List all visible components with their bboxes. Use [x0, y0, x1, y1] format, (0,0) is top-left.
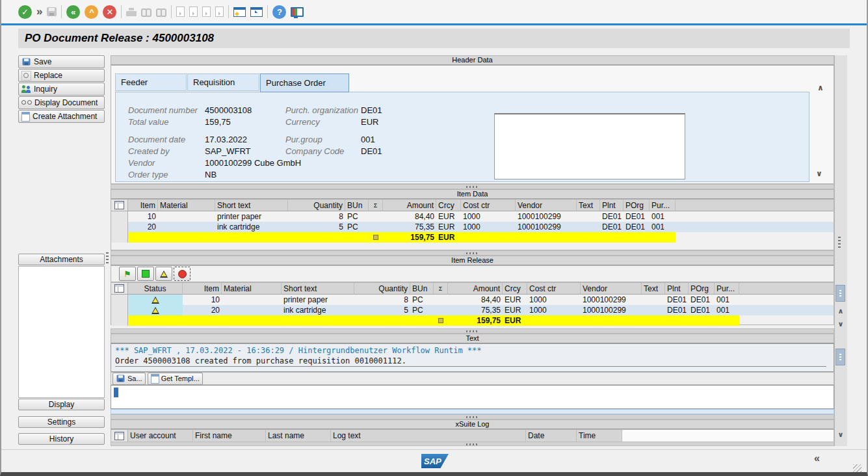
col-user-account[interactable]: User account — [128, 430, 193, 442]
section-splitter[interactable] — [111, 442, 834, 446]
tab-requisition[interactable]: Requisition — [187, 73, 259, 91]
new-session-icon[interactable] — [233, 7, 246, 17]
exit-icon[interactable]: ^ — [85, 5, 98, 19]
col-material[interactable]: Material — [158, 200, 215, 211]
col-text[interactable]: Text — [577, 200, 600, 211]
release-warning-button[interactable] — [155, 267, 172, 281]
col-sum[interactable]: Σ — [369, 200, 383, 211]
attachments-button[interactable]: Attachments — [18, 254, 105, 265]
first-page-icon[interactable] — [176, 7, 185, 17]
col-status[interactable]: Status — [128, 283, 183, 295]
section-splitter[interactable] — [111, 328, 834, 334]
col-material[interactable]: Material — [222, 283, 282, 295]
section-splitter[interactable] — [111, 184, 834, 189]
sidebar-create-attachment-button[interactable]: Create Attachment — [18, 110, 105, 123]
layout-config-cell[interactable] — [111, 200, 128, 211]
col-cost-ctr[interactable]: Cost ctr — [461, 200, 516, 211]
release-approve-button[interactable] — [137, 267, 154, 281]
scroll-up-icon[interactable]: ∧ — [817, 84, 824, 92]
item-release-row[interactable]: 20 ink cartridge 5 PC 75,35 EUR 1000 100… — [111, 305, 834, 315]
col-item[interactable]: Item — [183, 283, 222, 295]
col-pur[interactable]: Pur... — [650, 200, 676, 211]
previous-page-icon[interactable] — [189, 7, 198, 17]
col-time[interactable]: Time — [577, 430, 622, 442]
col-short-text[interactable]: Short text — [282, 283, 354, 295]
row-select-cell[interactable] — [111, 211, 128, 222]
item-data-row[interactable]: 10 printer paper 8 PC 84,40 EUR 1000 100… — [111, 211, 834, 222]
col-first-name[interactable]: First name — [193, 430, 266, 442]
col-vendor[interactable]: Vendor — [581, 283, 642, 295]
find-icon[interactable] — [141, 8, 151, 16]
col-item[interactable]: Item — [128, 200, 158, 211]
header-memo-box[interactable] — [494, 113, 685, 179]
col-plnt[interactable]: Plnt — [600, 200, 624, 211]
col-quantity[interactable]: Quantity — [288, 200, 345, 211]
col-text[interactable]: Text — [642, 283, 665, 295]
status-cell[interactable] — [128, 305, 183, 315]
sidebar-inquiry-button[interactable]: Inquiry — [18, 83, 105, 96]
text-save-button[interactable]: Sa... — [112, 373, 146, 385]
col-amount[interactable]: Amount — [383, 200, 436, 211]
col-crcy[interactable]: Crcy — [436, 200, 461, 211]
release-scroll-menu-button[interactable] — [835, 285, 845, 302]
release-reject-button[interactable] — [174, 267, 191, 281]
tab-purchase-order[interactable]: Purchase Order — [260, 73, 349, 92]
help-icon[interactable]: ? — [272, 5, 286, 19]
scroll-up-button[interactable]: ∧ — [835, 306, 846, 316]
get-template-button[interactable]: Get Templ... — [148, 373, 203, 385]
find-next-icon[interactable] — [156, 8, 166, 16]
sidebar-display-document-button[interactable]: Display Document — [18, 96, 105, 109]
print-icon[interactable] — [126, 8, 137, 16]
item-release-row[interactable]: 10 printer paper 8 PC 84,40 EUR 1000 100… — [111, 295, 834, 305]
xsuite-scroll-down-button[interactable]: ∨ — [835, 429, 846, 440]
status-cell[interactable] — [128, 295, 183, 305]
back-icon[interactable]: « — [66, 5, 80, 19]
col-sum[interactable]: Σ — [434, 283, 448, 295]
tab-feeder[interactable]: Feeder — [115, 73, 187, 91]
row-select-cell[interactable] — [111, 305, 128, 315]
cancel-icon[interactable]: ✕ — [103, 5, 116, 19]
col-last-name[interactable]: Last name — [266, 430, 331, 442]
next-page-icon[interactable] — [202, 7, 211, 17]
sidebar-splitter-handle[interactable] — [106, 252, 109, 265]
release-flag-button[interactable]: ⚑ — [119, 267, 136, 281]
sidebar-replace-button[interactable]: Replace — [18, 69, 105, 82]
table-splitter-handle[interactable] — [838, 237, 841, 250]
col-porg[interactable]: POrg — [689, 283, 715, 295]
more-commands-icon[interactable]: » — [36, 5, 42, 18]
layout-config-cell[interactable] — [111, 283, 128, 295]
section-splitter[interactable] — [111, 250, 834, 256]
col-date[interactable]: Date — [526, 430, 577, 442]
col-quantity[interactable]: Quantity — [354, 283, 410, 295]
col-log-text[interactable]: Log text — [331, 430, 526, 442]
enter-icon[interactable]: ✓ — [18, 5, 32, 19]
col-crcy[interactable]: Crcy — [503, 283, 527, 295]
customize-layout-icon[interactable] — [291, 7, 304, 17]
save-icon[interactable] — [47, 7, 57, 16]
row-select-cell[interactable] — [111, 222, 128, 232]
col-plnt[interactable]: Plnt — [665, 283, 689, 295]
last-page-icon[interactable] — [215, 7, 224, 17]
create-shortcut-icon[interactable] — [250, 7, 263, 17]
text-edit-area[interactable] — [111, 385, 834, 409]
layout-config-cell[interactable] — [111, 430, 128, 442]
resize-grip[interactable] — [853, 464, 861, 473]
col-pur[interactable]: Pur... — [715, 283, 739, 295]
sidebar-save-button[interactable]: Save — [18, 55, 105, 68]
display-button[interactable]: Display — [18, 399, 105, 410]
col-cost-ctr[interactable]: Cost ctr — [527, 283, 581, 295]
settings-button[interactable]: Settings — [18, 416, 105, 428]
scroll-down-icon[interactable]: ∨ — [816, 170, 822, 178]
col-short-text[interactable]: Short text — [215, 200, 288, 211]
col-vendor[interactable]: Vendor — [516, 200, 577, 211]
row-select-cell[interactable] — [111, 295, 128, 305]
col-amount[interactable]: Amount — [448, 283, 503, 295]
col-bun[interactable]: BUn — [345, 200, 369, 211]
item-data-row[interactable]: 20 ink cartridge 5 PC 75,35 EUR 1000 100… — [111, 222, 834, 232]
section-splitter[interactable] — [111, 414, 834, 419]
history-button[interactable]: History — [18, 433, 105, 445]
collapse-statusbar-button[interactable]: « — [814, 453, 820, 464]
scroll-down-button[interactable]: ∨ — [835, 319, 846, 329]
text-scroll-menu-button[interactable] — [835, 349, 845, 365]
col-porg[interactable]: POrg — [624, 200, 650, 211]
